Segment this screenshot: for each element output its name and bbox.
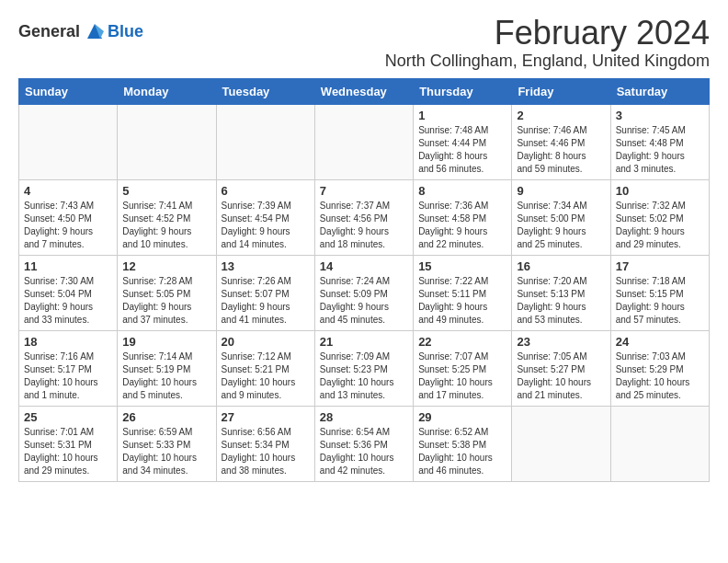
day-number: 22 bbox=[418, 335, 506, 349]
day-number: 8 bbox=[418, 184, 506, 198]
day-info: Sunrise: 7:03 AMSunset: 5:29 PMDaylight:… bbox=[616, 350, 704, 402]
calendar-cell: 18Sunrise: 7:16 AMSunset: 5:17 PMDayligh… bbox=[19, 330, 118, 406]
calendar-week-row: 18Sunrise: 7:16 AMSunset: 5:17 PMDayligh… bbox=[19, 330, 710, 406]
day-number: 23 bbox=[517, 335, 605, 349]
calendar-cell: 28Sunrise: 6:54 AMSunset: 5:36 PMDayligh… bbox=[314, 406, 413, 481]
day-info: Sunrise: 7:22 AMSunset: 5:11 PMDaylight:… bbox=[418, 275, 506, 327]
day-number: 13 bbox=[222, 259, 310, 273]
day-info: Sunrise: 7:37 AMSunset: 4:56 PMDaylight:… bbox=[320, 200, 408, 251]
calendar-cell: 2Sunrise: 7:46 AMSunset: 4:46 PMDaylight… bbox=[512, 104, 610, 179]
day-number: 26 bbox=[122, 410, 210, 424]
calendar-cell: 1Sunrise: 7:48 AMSunset: 4:44 PMDaylight… bbox=[414, 104, 512, 179]
calendar-cell bbox=[19, 104, 118, 179]
calendar-cell: 4Sunrise: 7:43 AMSunset: 4:50 PMDaylight… bbox=[19, 179, 118, 255]
day-number: 11 bbox=[24, 259, 112, 273]
column-header-friday: Friday bbox=[512, 78, 610, 104]
column-header-sunday: Sunday bbox=[19, 78, 118, 104]
day-number: 10 bbox=[616, 184, 704, 198]
calendar-cell: 20Sunrise: 7:12 AMSunset: 5:21 PMDayligh… bbox=[216, 330, 314, 406]
day-number: 5 bbox=[122, 184, 210, 198]
calendar-header-row: SundayMondayTuesdayWednesdayThursdayFrid… bbox=[19, 78, 710, 104]
day-number: 24 bbox=[616, 335, 704, 349]
calendar-cell: 21Sunrise: 7:09 AMSunset: 5:23 PMDayligh… bbox=[314, 330, 413, 406]
page-subtitle: North Collingham, England, United Kingdo… bbox=[385, 52, 710, 71]
day-number: 15 bbox=[418, 259, 506, 273]
calendar-cell: 14Sunrise: 7:24 AMSunset: 5:09 PMDayligh… bbox=[314, 255, 413, 330]
calendar-cell: 27Sunrise: 6:56 AMSunset: 5:34 PMDayligh… bbox=[216, 406, 314, 481]
calendar-cell: 13Sunrise: 7:26 AMSunset: 5:07 PMDayligh… bbox=[216, 255, 314, 330]
logo-text-blue: Blue bbox=[108, 22, 143, 41]
day-info: Sunrise: 7:46 AMSunset: 4:46 PMDaylight:… bbox=[517, 124, 605, 176]
calendar-cell: 17Sunrise: 7:18 AMSunset: 5:15 PMDayligh… bbox=[610, 255, 709, 330]
day-info: Sunrise: 7:32 AMSunset: 5:02 PMDaylight:… bbox=[616, 200, 704, 251]
calendar-cell: 24Sunrise: 7:03 AMSunset: 5:29 PMDayligh… bbox=[610, 330, 709, 406]
calendar-cell bbox=[610, 406, 709, 481]
day-number: 14 bbox=[320, 259, 408, 273]
day-info: Sunrise: 7:18 AMSunset: 5:15 PMDaylight:… bbox=[616, 275, 704, 327]
day-info: Sunrise: 7:30 AMSunset: 5:04 PMDaylight:… bbox=[24, 275, 112, 327]
day-info: Sunrise: 7:05 AMSunset: 5:27 PMDaylight:… bbox=[517, 350, 605, 402]
day-number: 18 bbox=[24, 335, 112, 349]
day-info: Sunrise: 7:20 AMSunset: 5:13 PMDaylight:… bbox=[517, 275, 605, 327]
day-number: 21 bbox=[320, 335, 408, 349]
calendar-cell: 5Sunrise: 7:41 AMSunset: 4:52 PMDaylight… bbox=[118, 179, 216, 255]
day-info: Sunrise: 7:12 AMSunset: 5:21 PMDaylight:… bbox=[222, 350, 310, 402]
day-number: 29 bbox=[418, 410, 506, 424]
calendar-cell: 15Sunrise: 7:22 AMSunset: 5:11 PMDayligh… bbox=[414, 255, 512, 330]
calendar-cell bbox=[216, 104, 314, 179]
calendar-cell: 11Sunrise: 7:30 AMSunset: 5:04 PMDayligh… bbox=[19, 255, 118, 330]
day-info: Sunrise: 7:36 AMSunset: 4:58 PMDaylight:… bbox=[418, 200, 506, 251]
calendar-cell: 16Sunrise: 7:20 AMSunset: 5:13 PMDayligh… bbox=[512, 255, 610, 330]
day-number: 16 bbox=[517, 259, 605, 273]
day-number: 7 bbox=[320, 184, 408, 198]
day-info: Sunrise: 6:59 AMSunset: 5:33 PMDaylight:… bbox=[122, 426, 210, 477]
day-info: Sunrise: 7:41 AMSunset: 4:52 PMDaylight:… bbox=[122, 200, 210, 251]
calendar-cell: 29Sunrise: 6:52 AMSunset: 5:38 PMDayligh… bbox=[414, 406, 512, 481]
day-info: Sunrise: 7:39 AMSunset: 4:54 PMDaylight:… bbox=[222, 200, 310, 251]
calendar-cell: 6Sunrise: 7:39 AMSunset: 4:54 PMDaylight… bbox=[216, 179, 314, 255]
day-number: 25 bbox=[24, 410, 112, 424]
day-info: Sunrise: 7:07 AMSunset: 5:25 PMDaylight:… bbox=[418, 350, 506, 402]
day-info: Sunrise: 7:09 AMSunset: 5:23 PMDaylight:… bbox=[320, 350, 408, 402]
logo-icon bbox=[82, 18, 108, 44]
title-area: February 2024 North Collingham, England,… bbox=[385, 15, 710, 71]
calendar-cell: 7Sunrise: 7:37 AMSunset: 4:56 PMDaylight… bbox=[314, 179, 413, 255]
calendar-cell: 10Sunrise: 7:32 AMSunset: 5:02 PMDayligh… bbox=[610, 179, 709, 255]
calendar-week-row: 11Sunrise: 7:30 AMSunset: 5:04 PMDayligh… bbox=[19, 255, 710, 330]
calendar-week-row: 4Sunrise: 7:43 AMSunset: 4:50 PMDaylight… bbox=[19, 179, 710, 255]
day-number: 19 bbox=[122, 335, 210, 349]
calendar-cell: 19Sunrise: 7:14 AMSunset: 5:19 PMDayligh… bbox=[118, 330, 216, 406]
day-info: Sunrise: 7:45 AMSunset: 4:48 PMDaylight:… bbox=[616, 124, 704, 176]
calendar-cell: 25Sunrise: 7:01 AMSunset: 5:31 PMDayligh… bbox=[19, 406, 118, 481]
column-header-saturday: Saturday bbox=[610, 78, 709, 104]
day-info: Sunrise: 7:01 AMSunset: 5:31 PMDaylight:… bbox=[24, 426, 112, 477]
day-info: Sunrise: 6:54 AMSunset: 5:36 PMDaylight:… bbox=[320, 426, 408, 477]
calendar-cell: 9Sunrise: 7:34 AMSunset: 5:00 PMDaylight… bbox=[512, 179, 610, 255]
day-number: 27 bbox=[222, 410, 310, 424]
logo-text-general: General bbox=[18, 22, 80, 41]
day-number: 3 bbox=[616, 109, 704, 122]
calendar-week-row: 1Sunrise: 7:48 AMSunset: 4:44 PMDaylight… bbox=[19, 104, 710, 179]
calendar-cell: 22Sunrise: 7:07 AMSunset: 5:25 PMDayligh… bbox=[414, 330, 512, 406]
calendar-cell: 26Sunrise: 6:59 AMSunset: 5:33 PMDayligh… bbox=[118, 406, 216, 481]
calendar-cell: 8Sunrise: 7:36 AMSunset: 4:58 PMDaylight… bbox=[414, 179, 512, 255]
calendar-cell: 23Sunrise: 7:05 AMSunset: 5:27 PMDayligh… bbox=[512, 330, 610, 406]
day-number: 1 bbox=[418, 109, 506, 122]
calendar-cell bbox=[314, 104, 413, 179]
day-info: Sunrise: 7:34 AMSunset: 5:00 PMDaylight:… bbox=[517, 200, 605, 251]
day-number: 6 bbox=[222, 184, 310, 198]
page-title: February 2024 bbox=[385, 15, 710, 52]
day-number: 9 bbox=[517, 184, 605, 198]
day-info: Sunrise: 7:24 AMSunset: 5:09 PMDaylight:… bbox=[320, 275, 408, 327]
calendar-cell bbox=[118, 104, 216, 179]
header: General Blue February 2024 North Colling… bbox=[18, 15, 710, 71]
day-number: 12 bbox=[122, 259, 210, 273]
column-header-monday: Monday bbox=[118, 78, 216, 104]
day-info: Sunrise: 7:26 AMSunset: 5:07 PMDaylight:… bbox=[222, 275, 310, 327]
day-info: Sunrise: 6:56 AMSunset: 5:34 PMDaylight:… bbox=[222, 426, 310, 477]
day-info: Sunrise: 7:43 AMSunset: 4:50 PMDaylight:… bbox=[24, 200, 112, 251]
day-number: 17 bbox=[616, 259, 704, 273]
day-number: 2 bbox=[517, 109, 605, 122]
calendar: SundayMondayTuesdayWednesdayThursdayFrid… bbox=[18, 78, 710, 482]
calendar-cell bbox=[512, 406, 610, 481]
